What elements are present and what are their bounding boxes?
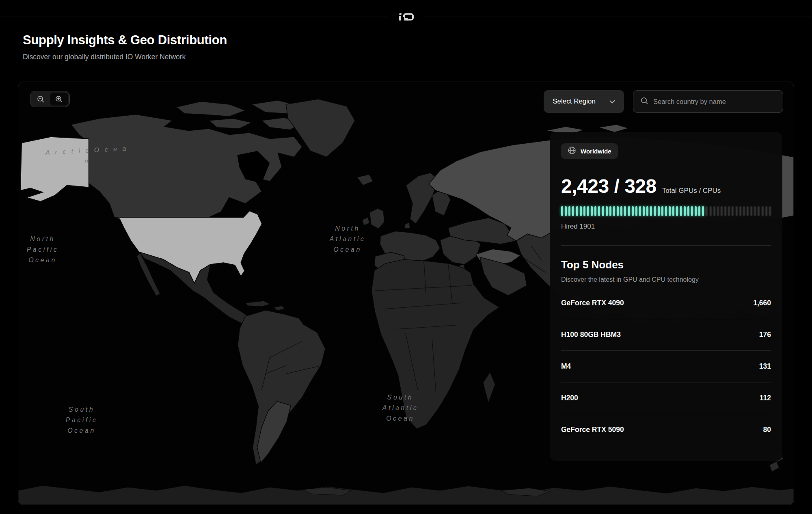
top-nodes-list: GeForce RTX 4090 1,660 H100 80GB HBM3 17… (561, 287, 771, 445)
top-nodes-title: Top 5 Nodes (561, 259, 771, 271)
select-region-dropdown[interactable]: Select Region (544, 90, 624, 113)
totals: 2,423 / 328 Total GPUs / CPUs (561, 175, 771, 197)
globe-icon (568, 146, 576, 156)
page-subtitle: Discover our globally distributed IO Wor… (23, 53, 812, 61)
node-row: H100 80GB HBM3 176 (561, 319, 771, 350)
top-divider (0, 13, 812, 21)
magnifier-minus-icon (37, 95, 45, 103)
page-title: Supply Insights & Geo Distribution (23, 33, 812, 48)
node-row: H200 112 (561, 382, 771, 414)
node-count: 80 (763, 425, 771, 434)
node-count: 176 (759, 330, 771, 339)
zoom-out-button[interactable] (32, 93, 50, 106)
node-count: 1,660 (753, 299, 771, 307)
country-alaska[interactable] (20, 137, 89, 202)
country-search[interactable] (633, 90, 783, 113)
node-count: 131 (759, 362, 771, 371)
node-row: GeForce RTX 4090 1,660 (561, 287, 771, 319)
node-name: H200 (561, 394, 578, 402)
continent-antarctica (18, 486, 794, 505)
divider-line (425, 17, 811, 17)
chevron-down-icon (609, 97, 615, 106)
search-input[interactable] (653, 98, 775, 106)
country-brazil[interactable] (238, 310, 325, 464)
io-logo-icon (398, 13, 414, 21)
select-region-label: Select Region (553, 97, 596, 106)
node-count: 112 (760, 394, 771, 402)
search-icon (641, 97, 648, 106)
node-name: H100 80GB HBM3 (561, 330, 621, 339)
total-gpus-cpus-caption: Total GPUs / CPUs (662, 187, 721, 195)
node-row: GeForce RTX 5090 80 (561, 414, 771, 445)
top-nodes-subtitle: Discover the latest in GPU and CPU techn… (561, 276, 771, 283)
region-chip: Worldwide (561, 143, 618, 159)
map-zoom-controls (30, 91, 70, 107)
node-name: GeForce RTX 5090 (561, 425, 624, 434)
map-card: A r c t i c O c e a n North Pacific Ocea… (18, 82, 794, 505)
node-row: M4 131 (561, 350, 771, 382)
hired-label: Hired 1901 (561, 222, 771, 231)
zoom-in-button[interactable] (50, 93, 68, 106)
continent-africa[interactable] (371, 259, 499, 429)
magnifier-plus-icon (55, 95, 63, 103)
node-name: GeForce RTX 4090 (561, 299, 624, 307)
node-name: M4 (561, 362, 571, 371)
map-toolbar: Select Region (544, 90, 783, 113)
stats-panel: Worldwide 2,423 / 328 Total GPUs / CPUs … (550, 132, 782, 461)
capacity-bar (561, 206, 771, 216)
divider-line (1, 17, 387, 17)
region-chip-label: Worldwide (581, 148, 611, 155)
panel-divider (561, 245, 771, 246)
total-gpus-cpus-value: 2,423 / 328 (561, 175, 657, 197)
